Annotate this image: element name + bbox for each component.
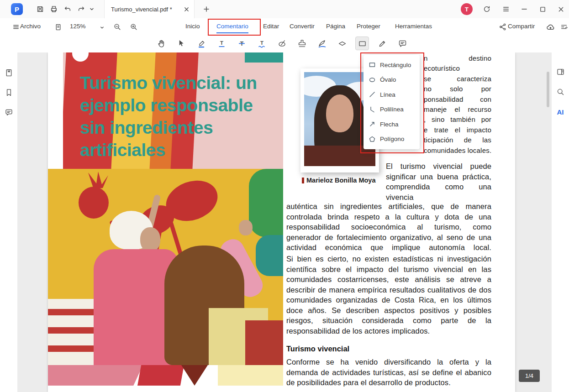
- comment-toolbar: T T T: [0, 35, 569, 53]
- header-teal-strip: [245, 52, 283, 63]
- polyline-icon: [369, 106, 376, 113]
- active-tab-underline: [216, 32, 248, 33]
- intro-text-line: ponsabilidad con: [424, 94, 491, 105]
- mural-person2-hand: [239, 220, 253, 235]
- select-tool-icon[interactable]: [174, 37, 188, 50]
- intro-text-line: , sino también por: [424, 115, 491, 125]
- hand-tool-icon[interactable]: [154, 37, 168, 50]
- oval-icon: [369, 76, 376, 84]
- ai-assistant-icon[interactable]: AI: [555, 107, 565, 117]
- pdfelement-logo: P: [11, 3, 23, 15]
- menu-item-polilinea[interactable]: Polilínea: [364, 102, 420, 117]
- section-heading: Turismo vivencial: [286, 345, 349, 353]
- document-tab[interactable]: Turismo_vivencial.pdf *: [104, 0, 195, 18]
- zoom-level[interactable]: 125%: [70, 18, 86, 35]
- footer-block-triangle: [181, 365, 208, 386]
- menu-item-rectangulo[interactable]: Rectángulo: [364, 57, 420, 73]
- pdf-page-canvas[interactable]: Turismo vivencial: un ejemplo responsabl…: [48, 52, 515, 392]
- highlight-tool-icon[interactable]: [195, 37, 208, 50]
- tab-pagina[interactable]: Página: [326, 18, 345, 35]
- squiggly-tool-icon[interactable]: T: [255, 37, 269, 50]
- stamp-tool-icon[interactable]: [295, 37, 309, 50]
- print-button[interactable]: [48, 4, 59, 15]
- zoom-out-button[interactable]: [112, 22, 122, 32]
- redo-button[interactable]: [76, 4, 87, 15]
- page-size-icon[interactable]: [53, 22, 63, 32]
- portrait-face: [326, 94, 353, 132]
- tab-herramientas[interactable]: Herramientas: [395, 18, 432, 35]
- footer-art-strip: [48, 365, 283, 386]
- titlebar: P Turismo_vivencial.pdf * T: [0, 0, 569, 19]
- menu-item-flecha[interactable]: Flecha: [364, 117, 420, 132]
- minimize-button[interactable]: [519, 4, 530, 15]
- new-tab-button[interactable]: [201, 4, 212, 15]
- intro-text-line: maneje el recurso: [424, 105, 491, 115]
- archivo-menu-icon: [11, 22, 21, 32]
- undo-button[interactable]: [62, 4, 73, 15]
- article-title: Turismo vivencial: un ejemplo responsabl…: [80, 72, 290, 161]
- eraser-diamond-tool-icon[interactable]: [335, 37, 349, 50]
- footer-block-yellow: [218, 365, 283, 386]
- search-icon[interactable]: [555, 87, 565, 97]
- mural-person1-face: [140, 227, 160, 252]
- zoom-in-button[interactable]: [129, 22, 139, 32]
- compartir-button[interactable]: Compartir: [508, 18, 535, 35]
- document-tab-title: Turismo_vivencial.pdf *: [111, 6, 172, 13]
- shapes-tool-icon[interactable]: [355, 37, 369, 50]
- menu-item-linea[interactable]: Línea: [364, 87, 420, 102]
- underline-tool-icon[interactable]: T: [215, 37, 228, 50]
- history-dropdown-caret-icon[interactable]: [88, 4, 95, 15]
- sync-icon[interactable]: [481, 4, 492, 15]
- intro-text-line: comunidades locales.: [424, 146, 491, 156]
- pencil-oval-tool-icon[interactable]: [275, 37, 289, 50]
- strikethrough-tool-icon[interactable]: T: [235, 37, 248, 50]
- vertical-scrollbar-thumb[interactable]: [547, 72, 549, 107]
- cloud-upload-icon[interactable]: [545, 22, 555, 32]
- caption-tick-icon: [302, 178, 304, 183]
- app-menu-button[interactable]: [501, 4, 511, 15]
- tab-inicio[interactable]: Inicio: [185, 18, 200, 35]
- tab-comentario[interactable]: Comentario: [216, 18, 248, 35]
- thumbnail-panel-icon[interactable]: [4, 68, 14, 78]
- zoom-dropdown-caret-icon[interactable]: [97, 22, 107, 32]
- menu-item-ovalo[interactable]: Óvalo: [364, 73, 420, 88]
- mural-photo: [48, 169, 283, 365]
- menu-item-poligono[interactable]: Polígono: [364, 132, 420, 147]
- close-button[interactable]: [555, 4, 566, 15]
- share-icon[interactable]: [498, 22, 508, 32]
- shapes-dropdown-menu: Rectángulo Óvalo Línea Polilínea Flecha …: [364, 55, 420, 149]
- intro-text-line: ecoturístico: [424, 63, 491, 73]
- maximize-button[interactable]: [537, 4, 548, 15]
- bookmark-panel-icon[interactable]: [4, 87, 14, 97]
- collapse-toolbar-icon[interactable]: [559, 22, 569, 32]
- paragraph-wide: auténtica sin ingredientes artificiales,…: [286, 201, 491, 253]
- intro-paragraph-fragments: n destino ecoturístico se caracteriza no…: [424, 53, 491, 156]
- mural-bricks: [245, 320, 283, 365]
- intro-text-line: e trate el impacto: [424, 125, 491, 135]
- document-area: Turismo vivencial: un ejemplo responsabl…: [17, 52, 552, 392]
- footer-block-red: [137, 365, 184, 386]
- comment-tool-icon[interactable]: [395, 37, 409, 50]
- line-icon: [369, 91, 376, 98]
- tab-convertir[interactable]: Convertir: [290, 18, 315, 35]
- tab-close-icon[interactable]: [182, 5, 190, 13]
- footer-block-pink: [48, 365, 143, 386]
- tab-proteger[interactable]: Proteger: [357, 18, 380, 35]
- portrait-caption: Marieloz Bonilla Moya: [302, 177, 384, 184]
- tab-editar[interactable]: Editar: [263, 18, 279, 35]
- mural-teal-shape: [256, 235, 283, 276]
- pencil-edit-tool-icon[interactable]: [375, 37, 389, 50]
- signature-tool-icon[interactable]: [315, 37, 329, 50]
- save-button[interactable]: [35, 4, 46, 15]
- page-indicator-badge: 1/4: [519, 370, 540, 382]
- svg-text:T: T: [220, 40, 223, 46]
- archivo-menu[interactable]: Archivo: [20, 18, 41, 35]
- svg-text:T: T: [260, 40, 263, 46]
- intro-text-line: se caracteriza: [424, 74, 491, 84]
- intro-text-line: ticipación de las: [424, 135, 491, 145]
- account-avatar[interactable]: T: [461, 3, 473, 15]
- panel-toggle-icon[interactable]: [555, 67, 565, 77]
- mural-green-figure: [249, 169, 283, 237]
- comment-panel-icon[interactable]: [4, 107, 14, 117]
- intro-text-line: no solo por: [424, 84, 491, 94]
